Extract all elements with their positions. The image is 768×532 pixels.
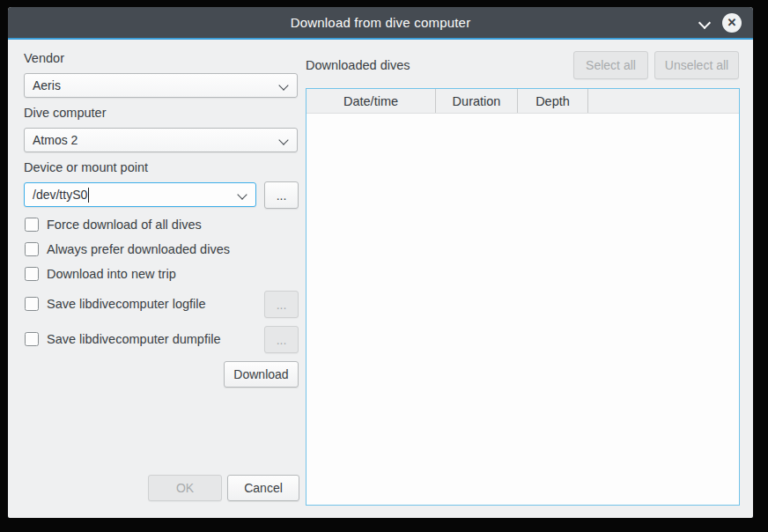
prefer-downloaded-label: Always prefer downloaded dives <box>47 242 230 256</box>
new-trip-checkbox-row: Download into new trip <box>25 267 176 281</box>
device-mount-point-value: /dev/ttyS0 <box>33 188 87 202</box>
unselect-all-button[interactable]: Unselect all <box>654 51 739 79</box>
chevron-down-icon <box>278 80 288 90</box>
select-all-button[interactable]: Select all <box>573 51 648 79</box>
save-dumpfile-label: Save libdivecomputer dumpfile <box>47 332 220 346</box>
vendor-select[interactable]: Aeris <box>24 73 298 98</box>
dumpfile-browse-button[interactable]: ... <box>264 326 299 353</box>
save-logfile-label: Save libdivecomputer logfile <box>47 297 206 311</box>
shade-window-icon[interactable] <box>699 16 709 26</box>
chevron-down-icon <box>237 189 247 199</box>
titlebar[interactable]: Download from dive computer ✕ <box>8 7 753 40</box>
column-header-datetime[interactable]: Date/time <box>306 89 436 113</box>
save-logfile-checkbox-row: Save libdivecomputer logfile <box>25 297 206 311</box>
desktop-background: { "accent_color": "#3daee9", "titlebar_c… <box>0 0 768 532</box>
table-header-row: Date/time Duration Depth <box>306 89 739 114</box>
column-header-extra[interactable] <box>588 89 739 113</box>
dive-computer-label: Dive computer <box>24 106 106 120</box>
ellipsis-icon: ... <box>277 333 287 347</box>
select-all-button-label: Select all <box>586 58 636 72</box>
prefer-downloaded-checkbox-row: Always prefer downloaded dives <box>25 242 230 256</box>
logfile-browse-button[interactable]: ... <box>264 291 299 318</box>
downloaded-dives-table: Date/time Duration Depth <box>306 88 740 506</box>
save-logfile-checkbox[interactable] <box>25 297 39 311</box>
download-button-label: Download <box>233 367 288 381</box>
ok-button-label: OK <box>176 481 194 495</box>
vendor-label: Vendor <box>24 51 64 65</box>
new-trip-checkbox[interactable] <box>25 267 39 281</box>
prefer-downloaded-checkbox[interactable] <box>25 242 39 256</box>
column-header-depth[interactable]: Depth <box>518 89 588 113</box>
downloaded-dives-label: Downloaded dives <box>306 58 410 72</box>
ellipsis-icon: ... <box>277 188 287 203</box>
close-icon[interactable]: ✕ <box>722 13 742 33</box>
column-header-duration[interactable]: Duration <box>436 89 518 113</box>
dive-computer-selected-value: Atmos 2 <box>33 133 78 147</box>
device-mount-point-input[interactable]: /dev/ttyS0 <box>24 182 256 207</box>
device-mount-point-label: Device or mount point <box>24 160 148 174</box>
force-download-label: Force download of all dives <box>47 218 202 232</box>
text-cursor <box>88 188 89 203</box>
ellipsis-icon: ... <box>277 298 287 312</box>
download-button[interactable]: Download <box>224 361 299 388</box>
unselect-all-button-label: Unselect all <box>665 58 728 72</box>
new-trip-label: Download into new trip <box>47 267 176 281</box>
cancel-button-label: Cancel <box>244 481 283 495</box>
device-browse-button[interactable]: ... <box>264 181 299 209</box>
force-download-checkbox-row: Force download of all dives <box>25 218 202 232</box>
dive-computer-select[interactable]: Atmos 2 <box>24 128 298 152</box>
titlebar-controls: ✕ <box>699 7 742 38</box>
download-dialog-window: Download from dive computer ✕ Vendor Aer… <box>8 7 753 518</box>
ok-button[interactable]: OK <box>148 475 222 501</box>
force-download-checkbox[interactable] <box>25 218 39 232</box>
cancel-button[interactable]: Cancel <box>227 475 299 501</box>
save-dumpfile-checkbox[interactable] <box>25 332 39 346</box>
save-dumpfile-checkbox-row: Save libdivecomputer dumpfile <box>25 332 220 346</box>
window-title: Download from dive computer <box>291 15 471 30</box>
chevron-down-icon <box>278 135 288 144</box>
vendor-selected-value: Aeris <box>33 78 61 92</box>
